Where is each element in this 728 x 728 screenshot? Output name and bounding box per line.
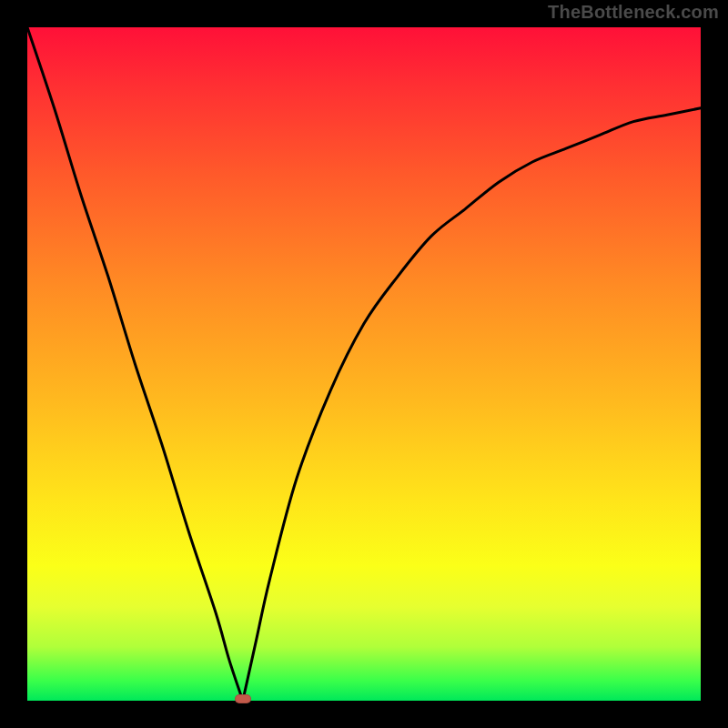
plot-area (27, 27, 701, 701)
watermark-text: TheBottleneck.com (548, 2, 719, 23)
curve-svg (27, 27, 701, 701)
chart-frame: TheBottleneck.com (0, 0, 728, 728)
bottleneck-curve (27, 27, 701, 701)
minimum-marker (235, 694, 251, 703)
